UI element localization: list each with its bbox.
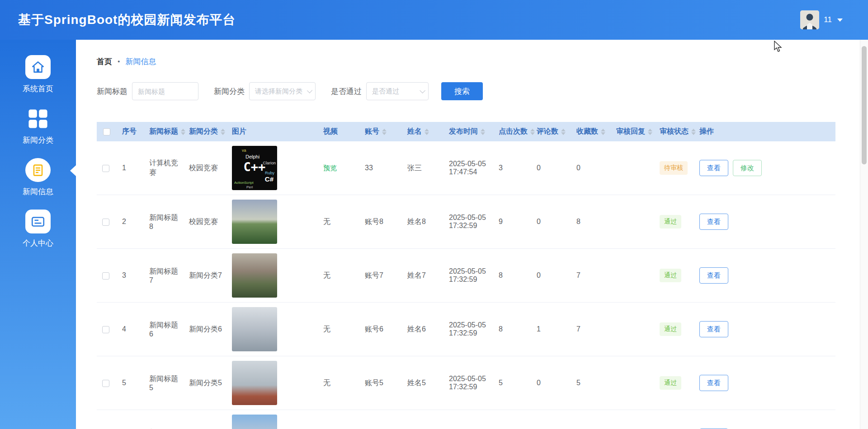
- cell-reply: [611, 356, 654, 410]
- column-header-title[interactable]: 新闻标题: [144, 122, 184, 141]
- home-icon: [25, 55, 51, 79]
- cell-clicks: 9: [493, 195, 531, 249]
- cell-name: 姓名8: [402, 195, 443, 249]
- column-label: 收藏数: [576, 127, 598, 135]
- column-header-category[interactable]: 新闻分类: [184, 122, 226, 141]
- sort-caret-icon[interactable]: [425, 129, 429, 135]
- cell-seq: 6: [117, 410, 144, 429]
- view-button[interactable]: 查看: [699, 214, 728, 230]
- cell-title: 新闻标题4: [144, 410, 184, 429]
- news-image[interactable]: [232, 253, 277, 298]
- news-category-select[interactable]: 请选择新闻分类: [249, 82, 316, 100]
- row-checkbox[interactable]: [102, 380, 109, 387]
- status-badge: 通过: [660, 322, 681, 336]
- sort-caret-icon[interactable]: [601, 129, 605, 135]
- view-button[interactable]: 查看: [699, 160, 728, 176]
- sidebar-item-category[interactable]: 新闻分类: [0, 107, 76, 145]
- news-table-body: 1 计算机竞赛 校园竞赛 C++vaDelphiClarionRubyC#Act…: [97, 141, 835, 429]
- news-table: 序号新闻标题新闻分类图片视频账号姓名发布时间点击次数评论数收藏数审核回复审核状态…: [97, 122, 835, 429]
- column-header-reply[interactable]: 审核回复: [611, 122, 654, 141]
- row-checkbox[interactable]: [102, 326, 109, 333]
- row-checkbox[interactable]: [102, 219, 109, 226]
- sort-caret-icon[interactable]: [561, 129, 566, 135]
- column-header-account[interactable]: 账号: [359, 122, 402, 141]
- passed-select[interactable]: 是否通过: [366, 82, 429, 100]
- view-button[interactable]: 查看: [699, 375, 728, 391]
- sort-caret-icon[interactable]: [530, 129, 535, 135]
- sort-caret-icon[interactable]: [382, 129, 387, 135]
- column-header-clicks[interactable]: 点击次数: [493, 122, 531, 141]
- cell-category: 新闻分类5: [184, 356, 226, 410]
- cell-clicks: 8: [493, 303, 531, 356]
- cell-favorites: 7: [571, 249, 611, 303]
- news-image[interactable]: [232, 307, 277, 351]
- breadcrumb-current[interactable]: 新闻信息: [125, 56, 156, 67]
- sort-caret-icon[interactable]: [221, 129, 225, 135]
- video-preview-link[interactable]: 预览: [323, 164, 337, 172]
- cell-favorites: 5: [571, 356, 611, 410]
- sort-caret-icon[interactable]: [481, 129, 485, 135]
- breadcrumb-home[interactable]: 首页: [97, 56, 112, 67]
- user-avatar-icon[interactable]: [800, 10, 819, 29]
- chevron-down-icon[interactable]: [837, 19, 843, 22]
- sort-caret-icon[interactable]: [181, 129, 185, 135]
- cell-category: 新闻分类6: [184, 303, 226, 356]
- cell-name: 姓名7: [402, 249, 443, 303]
- cell-name: 张三: [402, 141, 443, 195]
- sidebar-item-home[interactable]: 系统首页: [0, 55, 76, 94]
- sidebar-item-label: 新闻信息: [23, 187, 53, 197]
- cell-title: 新闻标题7: [144, 249, 184, 303]
- cell-favorites: 4: [571, 410, 611, 429]
- column-header-status[interactable]: 审核状态: [654, 122, 694, 141]
- cell-category: 新闻分类7: [184, 249, 226, 303]
- column-header-time[interactable]: 发布时间: [443, 122, 493, 141]
- cell-video: 无: [318, 356, 359, 410]
- breadcrumb-separator-icon: ●: [118, 56, 120, 67]
- cell-video: 无: [318, 303, 359, 356]
- table-row: 2 新闻标题8 校园竞赛 无 账号8 姓名8 2025-05-05 17:32:…: [97, 195, 835, 249]
- news-image[interactable]: [232, 361, 277, 405]
- filter-bar: 新闻标题 新闻分类 请选择新闻分类 是否通过 是否通过 搜索: [97, 82, 868, 100]
- cell-actions: 查看修改: [694, 141, 835, 195]
- cell-actions: 查看: [694, 356, 835, 410]
- cell-account: 账号5: [359, 356, 402, 410]
- column-header-favorites[interactable]: 收藏数: [571, 122, 611, 141]
- news-title-input[interactable]: [132, 82, 198, 100]
- cell-account: 账号6: [359, 303, 402, 356]
- sidebar-item-news[interactable]: 新闻信息: [0, 158, 76, 197]
- news-image[interactable]: [232, 415, 277, 429]
- sidebar-item-label: 个人中心: [23, 238, 53, 248]
- user-menu[interactable]: 11: [800, 10, 868, 29]
- column-header-comments[interactable]: 评论数: [531, 122, 571, 141]
- view-button[interactable]: 查看: [699, 267, 728, 284]
- status-badge: 通过: [660, 376, 681, 390]
- news-image[interactable]: C++vaDelphiClarionRubyC#ActionScriptPerl: [232, 146, 277, 190]
- table-row: 3 新闻标题7 新闻分类7 无 账号7 姓名7 2025-05-05 17:32…: [97, 249, 835, 303]
- cell-name: 姓名4: [402, 410, 443, 429]
- scrollbar[interactable]: [860, 40, 868, 429]
- search-button[interactable]: 搜索: [441, 82, 483, 100]
- cell-title: 新闻标题6: [144, 303, 184, 356]
- cell-reply: [611, 195, 654, 249]
- row-checkbox[interactable]: [102, 165, 109, 172]
- cell-video: 无: [318, 195, 359, 249]
- select-all-checkbox[interactable]: [103, 128, 110, 135]
- cell-seq: 5: [117, 356, 144, 410]
- news-image[interactable]: [232, 200, 277, 244]
- view-button[interactable]: 查看: [699, 321, 728, 337]
- chevron-down-icon: [420, 88, 425, 93]
- edit-button[interactable]: 修改: [733, 160, 762, 176]
- news-document-icon: [25, 158, 51, 182]
- sort-caret-icon[interactable]: [691, 129, 696, 135]
- cell-account: 账号4: [359, 410, 402, 429]
- cell-clicks: 3: [493, 141, 531, 195]
- cell-reply: [611, 141, 654, 195]
- cell-comments: 1: [531, 303, 571, 356]
- sidebar-item-profile[interactable]: 个人中心: [0, 210, 76, 248]
- sort-caret-icon[interactable]: [648, 129, 652, 135]
- cell-time: 2025-05-05 17:32:59: [443, 356, 493, 410]
- scrollbar-thumb[interactable]: [862, 46, 867, 164]
- row-checkbox[interactable]: [102, 272, 109, 280]
- column-header-name[interactable]: 姓名: [402, 122, 443, 141]
- cell-name: 姓名5: [402, 356, 443, 410]
